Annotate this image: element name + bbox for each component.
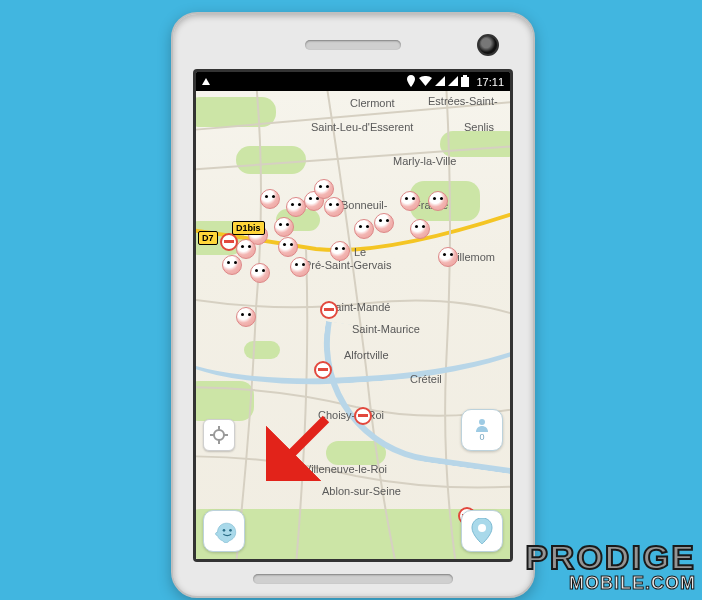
hazard-icon[interactable] [320, 301, 338, 319]
usb-icon [202, 78, 210, 85]
svg-point-3 [479, 419, 485, 425]
wazer-icon[interactable] [222, 255, 242, 275]
wazer-icon[interactable] [314, 179, 334, 199]
wazer-icon[interactable] [236, 307, 256, 327]
svg-rect-1 [463, 75, 467, 77]
battery-icon [461, 75, 469, 89]
friends-count: 0 [479, 432, 484, 442]
svg-point-2 [214, 430, 224, 440]
phone-frame: 17:11 [171, 12, 535, 598]
report-pin-icon [471, 518, 493, 544]
road-shield: D1bis [232, 221, 265, 235]
watermark-line2: MOBILE.COM [525, 573, 696, 594]
road-shield: D7 [198, 231, 218, 245]
wifi-icon [419, 76, 432, 88]
svg-point-4 [223, 529, 226, 532]
wazer-icon[interactable] [400, 191, 420, 211]
wazer-icon[interactable] [286, 197, 306, 217]
wazer-icon[interactable] [278, 237, 298, 257]
wazer-icon[interactable] [330, 241, 350, 261]
main-menu-button[interactable] [203, 510, 245, 552]
waze-icon [211, 519, 237, 543]
wazer-icon[interactable] [410, 219, 430, 239]
hazard-icon[interactable] [354, 407, 372, 425]
wazer-icon[interactable] [236, 239, 256, 259]
front-camera [477, 34, 499, 56]
wazer-icon[interactable] [250, 263, 270, 283]
svg-rect-0 [461, 77, 469, 87]
android-status-bar: 17:11 [196, 72, 510, 91]
wazer-icon[interactable] [438, 247, 458, 267]
earpiece-grill [305, 40, 401, 50]
signal-icon [435, 76, 445, 88]
svg-point-6 [478, 524, 486, 532]
wazer-icon[interactable] [260, 189, 280, 209]
wazer-icon[interactable] [374, 213, 394, 233]
svg-point-5 [229, 529, 232, 532]
report-button[interactable] [461, 510, 503, 552]
speaker-grill [253, 574, 453, 584]
watermark: PRODIGE MOBILE.COM [525, 542, 696, 594]
crosshair-icon [210, 426, 228, 444]
watermark-line1: PRODIGE [525, 542, 696, 573]
wazer-icon[interactable] [290, 257, 310, 277]
wazer-icon[interactable] [428, 191, 448, 211]
waze-map[interactable]: ClermontEstrées-Saint-Saint-Leu-d'Essere… [196, 91, 510, 559]
person-icon [474, 418, 490, 432]
wazer-icon[interactable] [324, 197, 344, 217]
friends-button[interactable]: 0 [461, 409, 503, 451]
location-icon [406, 75, 416, 89]
device-screen: 17:11 [193, 69, 513, 562]
hazard-icon[interactable] [314, 361, 332, 379]
hazard-icon[interactable] [220, 233, 238, 251]
wazer-icon[interactable] [354, 219, 374, 239]
status-time: 17:11 [476, 76, 504, 88]
signal2-icon [448, 76, 458, 88]
recenter-button[interactable] [203, 419, 235, 451]
wazer-icon[interactable] [274, 217, 294, 237]
